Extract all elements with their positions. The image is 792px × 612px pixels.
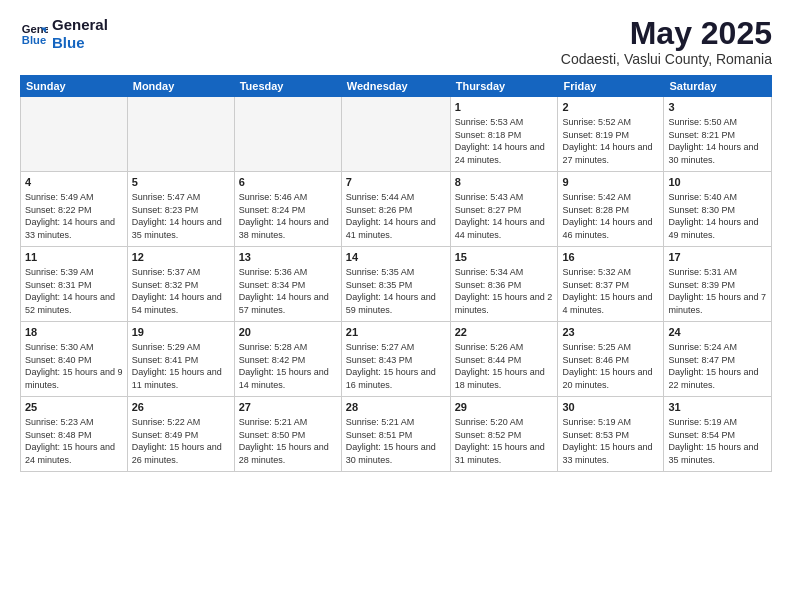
cell-3-3: 13Sunrise: 5:36 AM Sunset: 8:34 PM Dayli… <box>234 247 341 322</box>
cell-date: 16 <box>562 250 659 265</box>
cell-3-2: 12Sunrise: 5:37 AM Sunset: 8:32 PM Dayli… <box>127 247 234 322</box>
cell-4-1: 18Sunrise: 5:30 AM Sunset: 8:40 PM Dayli… <box>21 322 128 397</box>
cell-info: Sunrise: 5:35 AM Sunset: 8:35 PM Dayligh… <box>346 266 446 316</box>
cell-1-2 <box>127 97 234 172</box>
cell-date: 27 <box>239 400 337 415</box>
logo-icon: General Blue <box>20 20 48 48</box>
cell-4-4: 21Sunrise: 5:27 AM Sunset: 8:43 PM Dayli… <box>341 322 450 397</box>
cell-info: Sunrise: 5:27 AM Sunset: 8:43 PM Dayligh… <box>346 341 446 391</box>
cell-5-5: 29Sunrise: 5:20 AM Sunset: 8:52 PM Dayli… <box>450 397 558 472</box>
cell-info: Sunrise: 5:21 AM Sunset: 8:51 PM Dayligh… <box>346 416 446 466</box>
svg-text:Blue: Blue <box>22 34 46 46</box>
cell-info: Sunrise: 5:39 AM Sunset: 8:31 PM Dayligh… <box>25 266 123 316</box>
cell-info: Sunrise: 5:25 AM Sunset: 8:46 PM Dayligh… <box>562 341 659 391</box>
col-saturday: Saturday <box>664 76 772 97</box>
cell-3-5: 15Sunrise: 5:34 AM Sunset: 8:36 PM Dayli… <box>450 247 558 322</box>
cell-date: 7 <box>346 175 446 190</box>
week-row-1: 1Sunrise: 5:53 AM Sunset: 8:18 PM Daylig… <box>21 97 772 172</box>
cell-info: Sunrise: 5:22 AM Sunset: 8:49 PM Dayligh… <box>132 416 230 466</box>
cell-3-4: 14Sunrise: 5:35 AM Sunset: 8:35 PM Dayli… <box>341 247 450 322</box>
cell-info: Sunrise: 5:50 AM Sunset: 8:21 PM Dayligh… <box>668 116 767 166</box>
cell-date: 30 <box>562 400 659 415</box>
cell-4-6: 23Sunrise: 5:25 AM Sunset: 8:46 PM Dayli… <box>558 322 664 397</box>
cell-info: Sunrise: 5:52 AM Sunset: 8:19 PM Dayligh… <box>562 116 659 166</box>
cell-5-4: 28Sunrise: 5:21 AM Sunset: 8:51 PM Dayli… <box>341 397 450 472</box>
cell-2-7: 10Sunrise: 5:40 AM Sunset: 8:30 PM Dayli… <box>664 172 772 247</box>
cell-date: 20 <box>239 325 337 340</box>
cell-date: 13 <box>239 250 337 265</box>
cell-4-5: 22Sunrise: 5:26 AM Sunset: 8:44 PM Dayli… <box>450 322 558 397</box>
cell-info: Sunrise: 5:21 AM Sunset: 8:50 PM Dayligh… <box>239 416 337 466</box>
cell-info: Sunrise: 5:43 AM Sunset: 8:27 PM Dayligh… <box>455 191 554 241</box>
cell-5-6: 30Sunrise: 5:19 AM Sunset: 8:53 PM Dayli… <box>558 397 664 472</box>
cell-date: 9 <box>562 175 659 190</box>
cell-info: Sunrise: 5:49 AM Sunset: 8:22 PM Dayligh… <box>25 191 123 241</box>
cell-date: 14 <box>346 250 446 265</box>
cell-info: Sunrise: 5:40 AM Sunset: 8:30 PM Dayligh… <box>668 191 767 241</box>
cell-2-6: 9Sunrise: 5:42 AM Sunset: 8:28 PM Daylig… <box>558 172 664 247</box>
cell-2-2: 5Sunrise: 5:47 AM Sunset: 8:23 PM Daylig… <box>127 172 234 247</box>
cell-date: 10 <box>668 175 767 190</box>
cell-1-4 <box>341 97 450 172</box>
logo: General Blue General Blue <box>20 16 108 52</box>
week-row-3: 11Sunrise: 5:39 AM Sunset: 8:31 PM Dayli… <box>21 247 772 322</box>
cell-info: Sunrise: 5:46 AM Sunset: 8:24 PM Dayligh… <box>239 191 337 241</box>
cell-4-2: 19Sunrise: 5:29 AM Sunset: 8:41 PM Dayli… <box>127 322 234 397</box>
cell-4-7: 24Sunrise: 5:24 AM Sunset: 8:47 PM Dayli… <box>664 322 772 397</box>
logo-text: General Blue <box>52 16 108 52</box>
cell-3-6: 16Sunrise: 5:32 AM Sunset: 8:37 PM Dayli… <box>558 247 664 322</box>
cell-info: Sunrise: 5:20 AM Sunset: 8:52 PM Dayligh… <box>455 416 554 466</box>
cell-info: Sunrise: 5:24 AM Sunset: 8:47 PM Dayligh… <box>668 341 767 391</box>
cell-5-1: 25Sunrise: 5:23 AM Sunset: 8:48 PM Dayli… <box>21 397 128 472</box>
cell-1-3 <box>234 97 341 172</box>
cell-3-7: 17Sunrise: 5:31 AM Sunset: 8:39 PM Dayli… <box>664 247 772 322</box>
cell-2-1: 4Sunrise: 5:49 AM Sunset: 8:22 PM Daylig… <box>21 172 128 247</box>
cell-info: Sunrise: 5:28 AM Sunset: 8:42 PM Dayligh… <box>239 341 337 391</box>
calendar-header-row: Sunday Monday Tuesday Wednesday Thursday… <box>21 76 772 97</box>
cell-info: Sunrise: 5:26 AM Sunset: 8:44 PM Dayligh… <box>455 341 554 391</box>
cell-info: Sunrise: 5:37 AM Sunset: 8:32 PM Dayligh… <box>132 266 230 316</box>
cell-date: 28 <box>346 400 446 415</box>
cell-1-7: 3Sunrise: 5:50 AM Sunset: 8:21 PM Daylig… <box>664 97 772 172</box>
cell-5-3: 27Sunrise: 5:21 AM Sunset: 8:50 PM Dayli… <box>234 397 341 472</box>
cell-info: Sunrise: 5:47 AM Sunset: 8:23 PM Dayligh… <box>132 191 230 241</box>
cell-date: 8 <box>455 175 554 190</box>
cell-date: 24 <box>668 325 767 340</box>
cell-5-7: 31Sunrise: 5:19 AM Sunset: 8:54 PM Dayli… <box>664 397 772 472</box>
week-row-5: 25Sunrise: 5:23 AM Sunset: 8:48 PM Dayli… <box>21 397 772 472</box>
cell-1-5: 1Sunrise: 5:53 AM Sunset: 8:18 PM Daylig… <box>450 97 558 172</box>
cell-2-4: 7Sunrise: 5:44 AM Sunset: 8:26 PM Daylig… <box>341 172 450 247</box>
cell-date: 31 <box>668 400 767 415</box>
title-block: May 2025 Codaesti, Vaslui County, Romani… <box>561 16 772 67</box>
cell-date: 25 <box>25 400 123 415</box>
cell-2-3: 6Sunrise: 5:46 AM Sunset: 8:24 PM Daylig… <box>234 172 341 247</box>
cell-date: 29 <box>455 400 554 415</box>
cell-date: 17 <box>668 250 767 265</box>
col-tuesday: Tuesday <box>234 76 341 97</box>
cell-date: 12 <box>132 250 230 265</box>
cell-date: 4 <box>25 175 123 190</box>
cell-5-2: 26Sunrise: 5:22 AM Sunset: 8:49 PM Dayli… <box>127 397 234 472</box>
cell-date: 2 <box>562 100 659 115</box>
cell-date: 6 <box>239 175 337 190</box>
cell-info: Sunrise: 5:42 AM Sunset: 8:28 PM Dayligh… <box>562 191 659 241</box>
cell-date: 19 <box>132 325 230 340</box>
cell-info: Sunrise: 5:19 AM Sunset: 8:54 PM Dayligh… <box>668 416 767 466</box>
cell-info: Sunrise: 5:19 AM Sunset: 8:53 PM Dayligh… <box>562 416 659 466</box>
cell-info: Sunrise: 5:23 AM Sunset: 8:48 PM Dayligh… <box>25 416 123 466</box>
cell-1-6: 2Sunrise: 5:52 AM Sunset: 8:19 PM Daylig… <box>558 97 664 172</box>
cell-date: 5 <box>132 175 230 190</box>
cell-date: 21 <box>346 325 446 340</box>
cell-4-3: 20Sunrise: 5:28 AM Sunset: 8:42 PM Dayli… <box>234 322 341 397</box>
cell-info: Sunrise: 5:30 AM Sunset: 8:40 PM Dayligh… <box>25 341 123 391</box>
col-monday: Monday <box>127 76 234 97</box>
col-friday: Friday <box>558 76 664 97</box>
cell-info: Sunrise: 5:36 AM Sunset: 8:34 PM Dayligh… <box>239 266 337 316</box>
cell-1-1 <box>21 97 128 172</box>
header: General Blue General Blue May 2025 Codae… <box>20 16 772 67</box>
cell-date: 15 <box>455 250 554 265</box>
cell-date: 26 <box>132 400 230 415</box>
week-row-2: 4Sunrise: 5:49 AM Sunset: 8:22 PM Daylig… <box>21 172 772 247</box>
cell-date: 11 <box>25 250 123 265</box>
cell-date: 3 <box>668 100 767 115</box>
